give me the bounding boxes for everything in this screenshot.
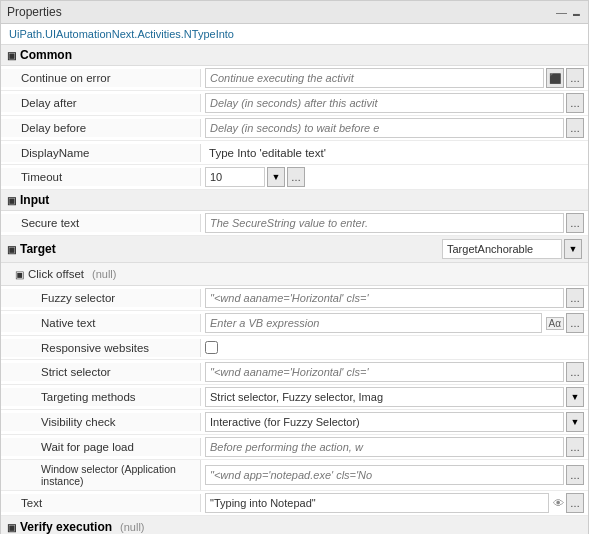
strict-selector-input[interactable] [205,362,564,382]
click-offset-label: Click offset [28,268,84,280]
delay-before-input[interactable] [205,118,564,138]
timeout-ellipsis-btn[interactable]: … [287,167,305,187]
continue-on-error-value: ⬛ … [201,66,588,90]
native-text-label: Native text [1,314,201,332]
timeout-input[interactable] [205,167,265,187]
fuzzy-selector-ellipsis-btn[interactable]: … [566,288,584,308]
prop-text: Text 👁 … [1,491,588,516]
secure-text-value: … [201,211,588,235]
prop-delay-after: Delay after … [1,91,588,116]
fuzzy-selector-input[interactable] [205,288,564,308]
strict-selector-value: … [201,360,588,384]
delay-before-value: … [201,116,588,140]
target-dropdown-btn[interactable]: ▼ [564,239,582,259]
prop-native-text: Native text Aα … [1,311,588,336]
continue-on-error-label: Continue on error [1,69,201,87]
native-text-ellipsis-btn[interactable]: … [566,313,584,333]
targeting-methods-value: ▼ [201,385,588,409]
prop-fuzzy-selector: Fuzzy selector … [1,286,588,311]
prop-responsive-websites: Responsive websites [1,336,588,360]
click-offset-toggle-icon: ▣ [15,269,24,280]
strict-selector-ellipsis-btn[interactable]: … [566,362,584,382]
click-offset-subsection[interactable]: ▣ Click offset (null) [1,263,588,286]
display-name-value: Type Into 'editable text' [201,143,588,163]
delay-after-label: Delay after [1,94,201,112]
delay-before-ellipsis-btn[interactable]: … [566,118,584,138]
prop-window-selector: Window selector (Application instance) … [1,460,588,491]
panel-icons: — 🗕 [556,6,582,18]
prop-strict-selector: Strict selector … [1,360,588,385]
visibility-check-dropdown-btn[interactable]: ▼ [566,412,584,432]
native-text-input[interactable] [205,313,542,333]
timeout-dropdown-btn[interactable]: ▼ [267,167,285,187]
responsive-websites-checkbox[interactable] [205,341,218,354]
prop-targeting-methods: Targeting methods ▼ [1,385,588,410]
target-toggle-icon: ▣ [7,244,16,255]
input-toggle-icon: ▣ [7,195,16,206]
responsive-websites-value [201,339,588,356]
prop-secure-text: Secure text … [1,211,588,236]
native-text-value: Aα … [201,311,588,335]
common-toggle-icon: ▣ [7,50,16,61]
section-common[interactable]: ▣ Common [1,45,588,66]
delay-before-label: Delay before [1,119,201,137]
text-input[interactable] [205,493,549,513]
wait-for-page-load-input[interactable] [205,437,564,457]
target-label: Target [20,242,56,256]
properties-panel: Properties — 🗕 UiPath.UIAutomationNext.A… [0,0,589,534]
window-selector-ellipsis-btn[interactable]: … [566,465,584,485]
delay-after-ellipsis-btn[interactable]: … [566,93,584,113]
verify-null: (null) [116,519,148,534]
verify-label: Verify execution [20,520,112,534]
strict-selector-label: Strict selector [1,363,201,381]
section-target[interactable]: ▣ Target ▼ [1,236,588,263]
visibility-check-input[interactable] [205,412,564,432]
prop-visibility-check: Visibility check ▼ [1,410,588,435]
section-input[interactable]: ▣ Input [1,190,588,211]
target-select-input[interactable] [442,239,562,259]
panel-title: Properties [7,5,62,19]
click-offset-null: (null) [88,266,120,282]
continue-on-error-ellipsis-btn[interactable]: … [566,68,584,88]
prop-wait-for-page-load: Wait for page load … [1,435,588,460]
prop-delay-before: Delay before … [1,116,588,141]
timeout-value: ▼ … [201,165,588,189]
window-selector-input[interactable] [205,465,564,485]
continue-on-error-input[interactable] [205,68,544,88]
secure-text-input[interactable] [205,213,564,233]
section-verify-execution[interactable]: ▣ Verify execution (null) [1,516,588,534]
text-label: Text [1,494,201,512]
secure-text-label: Secure text [1,214,201,232]
responsive-websites-label: Responsive websites [1,339,201,357]
continue-on-error-btn[interactable]: ⬛ [546,68,564,88]
common-label: Common [20,48,72,62]
targeting-methods-input[interactable] [205,387,564,407]
fuzzy-selector-label: Fuzzy selector [1,289,201,307]
prop-timeout: Timeout ▼ … [1,165,588,190]
wait-for-page-load-value: … [201,435,588,459]
wait-for-page-load-label: Wait for page load [1,438,201,456]
panel-header: Properties — 🗕 [1,1,588,24]
text-ellipsis-btn[interactable]: … [566,493,584,513]
class-name: UiPath.UIAutomationNext.Activities.NType… [1,24,588,45]
minimize-icon[interactable]: — [556,6,567,18]
wait-for-page-load-ellipsis-btn[interactable]: … [566,437,584,457]
delay-after-input[interactable] [205,93,564,113]
delay-after-value: … [201,91,588,115]
prop-continue-on-error: Continue on error ⬛ … [1,66,588,91]
pin-icon[interactable]: 🗕 [571,6,582,18]
timeout-label: Timeout [1,168,201,186]
visibility-check-label: Visibility check [1,413,201,431]
fuzzy-selector-value: … [201,286,588,310]
secure-text-ellipsis-btn[interactable]: … [566,213,584,233]
window-selector-value: … [201,463,588,487]
eye-icon[interactable]: 👁 [553,497,564,509]
window-selector-label: Window selector (Application instance) [1,460,201,490]
prop-display-name: DisplayName Type Into 'editable text' [1,141,588,165]
aa-icon: Aα [546,317,564,330]
targeting-methods-dropdown-btn[interactable]: ▼ [566,387,584,407]
visibility-check-value: ▼ [201,410,588,434]
display-name-label: DisplayName [1,144,201,162]
display-name-text: Type Into 'editable text' [205,145,330,161]
targeting-methods-label: Targeting methods [1,388,201,406]
